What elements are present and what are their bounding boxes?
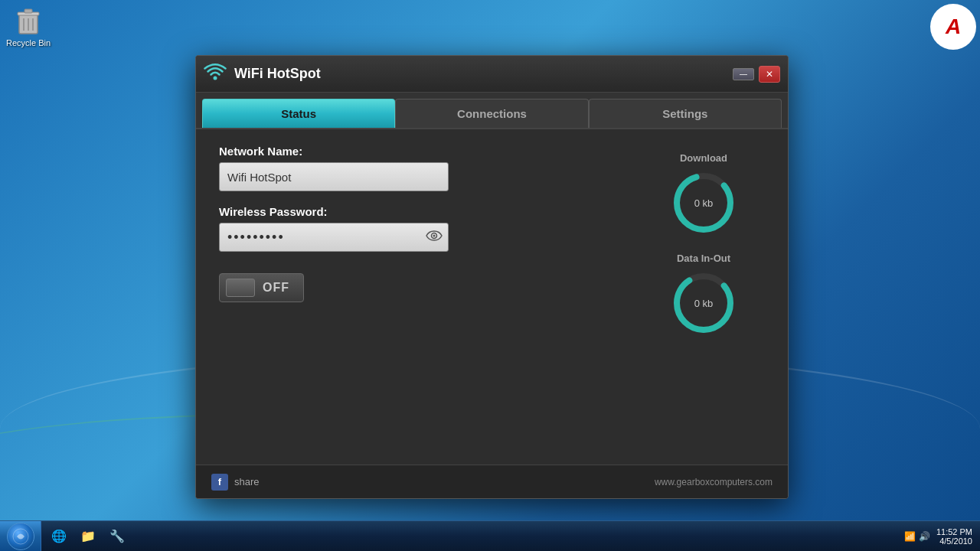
download-gauge-label: Download (680, 152, 727, 164)
system-tray-icons: 📶 🔊 (904, 531, 930, 542)
toggle-label: OFF (263, 281, 289, 295)
start-orb (7, 523, 34, 550)
left-panel: Network Name: Wireless Password: (219, 145, 619, 449)
data-inout-gauge-label: Data In-Out (677, 253, 730, 264)
svg-point-6 (214, 76, 217, 80)
title-bar: WiFi HotSpot — ✕ (196, 56, 788, 93)
password-label: Wireless Password: (219, 205, 619, 218)
network-name-label: Network Name: (219, 145, 619, 158)
app-window: WiFi HotSpot — ✕ Status Connections Sett… (195, 55, 789, 499)
network-name-input[interactable] (219, 162, 449, 191)
taskbar-time-display: 11:52 PM (936, 527, 972, 536)
toggle-area: OFF (219, 273, 619, 302)
toggle-off-button[interactable]: OFF (219, 273, 304, 302)
network-name-group: Network Name: (219, 145, 619, 191)
title-controls: — ✕ (733, 66, 780, 83)
tab-status[interactable]: Status (202, 99, 395, 128)
data-inout-gauge-circle: 0 kb (669, 269, 738, 337)
taskbar-explorer-icon[interactable]: 📁 (74, 524, 102, 549)
data-inout-gauge-value: 0 kb (669, 269, 738, 337)
start-button[interactable] (0, 521, 41, 552)
network-tray-icon: 📶 (904, 531, 916, 542)
download-gauge-group: Download 0 kb (669, 152, 738, 237)
recycle-bin-svg (13, 6, 44, 37)
tabs-bar: Status Connections Settings (196, 93, 788, 129)
taskbar-quick-launch: 🌐 📁 🔧 (41, 524, 135, 549)
tab-settings[interactable]: Settings (589, 99, 782, 128)
minimize-button[interactable]: — (733, 68, 754, 80)
taskbar-browser-icon[interactable]: 🌐 (45, 524, 73, 549)
website-url: www.gearboxcomputers.com (655, 477, 773, 487)
taskbar-tool-icon[interactable]: 🔧 (103, 524, 131, 549)
close-button[interactable]: ✕ (759, 66, 780, 83)
facebook-icon[interactable]: f (211, 474, 228, 491)
volume-tray-icon: 🔊 (919, 531, 930, 542)
svg-point-8 (433, 235, 436, 237)
footer: f share www.gearboxcomputers.com (196, 465, 788, 498)
taskbar-date-display: 4/5/2010 (939, 536, 972, 546)
taskbar: 🌐 📁 🔧 📶 🔊 11:52 PM 4/5/2010 (0, 520, 980, 551)
arista-logo: A (930, 4, 976, 50)
password-group: Wireless Password: (219, 205, 619, 252)
download-gauge-circle: 0 kb (669, 168, 738, 237)
password-wrapper (219, 223, 449, 252)
taskbar-right: 📶 🔊 11:52 PM 4/5/2010 (904, 527, 980, 546)
toggle-knob (226, 279, 255, 297)
data-inout-gauge-group: Data In-Out 0 kb (669, 253, 738, 337)
recycle-bin-icon[interactable]: Recycle Bin (6, 6, 51, 47)
svg-rect-2 (24, 9, 32, 13)
right-panel: Download 0 kb Data In-Out 0 (642, 145, 765, 449)
recycle-bin-label: Recycle Bin (6, 38, 51, 47)
window-title: WiFi HotSpot (234, 66, 733, 82)
share-link[interactable]: share (234, 476, 260, 487)
content-area: Network Name: Wireless Password: (196, 129, 788, 465)
password-input[interactable] (219, 223, 449, 252)
tab-connections[interactable]: Connections (395, 99, 588, 128)
password-toggle-icon[interactable] (426, 230, 443, 245)
wifi-icon (204, 63, 227, 86)
taskbar-clock: 11:52 PM 4/5/2010 (936, 527, 972, 546)
download-gauge-value: 0 kb (669, 168, 738, 237)
